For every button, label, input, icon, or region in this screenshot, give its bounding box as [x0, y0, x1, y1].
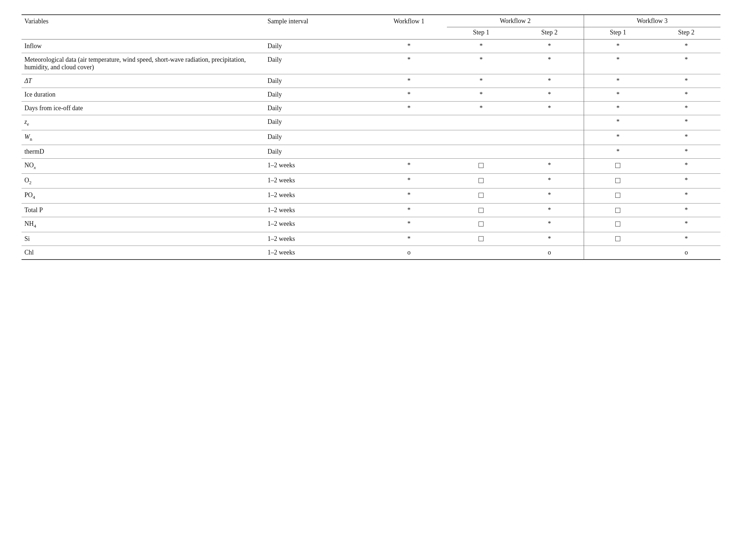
cell-wf3-step2: *: [652, 53, 720, 74]
cell-wf1: *: [371, 217, 447, 232]
cell-wf2-step2: *: [515, 102, 584, 115]
cell-wf2-step1: [447, 188, 515, 204]
cell-wf3-step1: *: [584, 74, 652, 88]
table-body: InflowDaily*****Meteorological data (air…: [22, 39, 720, 260]
cell-sample: 1–2 weeks: [265, 203, 371, 217]
cell-variable: O2: [22, 173, 265, 188]
cell-wf2-step2: *: [515, 188, 584, 204]
square-symbol: [479, 163, 484, 168]
cell-wf3-step1: [584, 159, 652, 174]
cell-wf3-step1: *: [584, 39, 652, 53]
cell-wf1: *: [371, 232, 447, 246]
square-symbol: [479, 178, 484, 183]
cell-wf2-step1: *: [447, 53, 515, 74]
square-symbol: [479, 208, 484, 213]
col-header-wf2: Workflow 2: [447, 15, 584, 27]
header-steps-row: Step 1 Step 2 Step 1 Step 2: [22, 27, 720, 39]
cell-wf3-step1: *: [584, 130, 652, 145]
cell-variable: ze: [22, 115, 265, 130]
cell-wf2-step1: [447, 232, 515, 246]
cell-variable: ΔT: [22, 74, 265, 88]
cell-wf2-step2: *: [515, 159, 584, 174]
cell-wf1: [371, 145, 447, 159]
table-row: Total P1–2 weeks***: [22, 203, 720, 217]
cell-wf3-step2: *: [652, 203, 720, 217]
cell-wf1: *: [371, 88, 447, 102]
cell-wf3-step1: [584, 217, 652, 232]
cell-wf3-step2: o: [652, 246, 720, 260]
cell-wf3-step2: *: [652, 102, 720, 115]
cell-wf3-step1: *: [584, 145, 652, 159]
cell-wf3-step1: [584, 173, 652, 188]
square-symbol: [479, 221, 484, 227]
cell-sample: Daily: [265, 39, 371, 53]
cell-wf1: *: [371, 159, 447, 174]
cell-sample: Daily: [265, 145, 371, 159]
cell-wf1: *: [371, 188, 447, 204]
col-steps-wf1-empty: [371, 27, 447, 39]
col-steps-wf3-step2: Step 2: [652, 27, 720, 39]
cell-wf2-step2: *: [515, 217, 584, 232]
square-symbol: [615, 208, 620, 213]
cell-wf2-step2: *: [515, 88, 584, 102]
cell-wf1: *: [371, 203, 447, 217]
cell-sample: Daily: [265, 88, 371, 102]
data-table: Variables Sample interval Workflow 1 Wor…: [22, 14, 720, 260]
cell-wf3-step1: *: [584, 88, 652, 102]
cell-variable: NOx: [22, 159, 265, 174]
cell-wf3-step2: *: [652, 173, 720, 188]
col-header-variables: Variables: [22, 15, 265, 27]
cell-sample: 1–2 weeks: [265, 159, 371, 174]
col-header-sample: Sample interval: [265, 15, 371, 27]
col-steps-wf2-step1: Step 1: [447, 27, 515, 39]
cell-variable: Chl: [22, 246, 265, 260]
cell-sample: 1–2 weeks: [265, 246, 371, 260]
cell-variable: Meteorological data (air temperature, wi…: [22, 53, 265, 74]
square-symbol: [615, 236, 620, 241]
cell-wf2-step1: [447, 203, 515, 217]
cell-wf1: *: [371, 74, 447, 88]
cell-sample: Daily: [265, 74, 371, 88]
cell-wf3-step2: *: [652, 39, 720, 53]
table-row: zeDaily**: [22, 115, 720, 130]
cell-wf2-step1: [447, 217, 515, 232]
cell-wf2-step1: [447, 115, 515, 130]
cell-wf1: *: [371, 173, 447, 188]
cell-wf1: [371, 130, 447, 145]
square-symbol: [479, 193, 484, 198]
cell-sample: Daily: [265, 53, 371, 74]
table-row: ΔTDaily*****: [22, 74, 720, 88]
col-header-wf3: Workflow 3: [584, 15, 720, 27]
cell-sample: 1–2 weeks: [265, 173, 371, 188]
table-row: NOx1–2 weeks***: [22, 159, 720, 174]
cell-wf3-step2: *: [652, 145, 720, 159]
cell-wf3-step2: *: [652, 232, 720, 246]
cell-wf3-step2: *: [652, 159, 720, 174]
cell-wf2-step2: [515, 130, 584, 145]
col-steps-wf2-step2: Step 2: [515, 27, 584, 39]
square-symbol: [479, 236, 484, 241]
table-row: Days from ice-off dateDaily*****: [22, 102, 720, 115]
cell-wf3-step2: *: [652, 130, 720, 145]
table-row: WnDaily**: [22, 130, 720, 145]
table-row: Meteorological data (air temperature, wi…: [22, 53, 720, 74]
cell-wf2-step2: *: [515, 39, 584, 53]
cell-wf3-step1: [584, 246, 652, 260]
cell-wf2-step2: *: [515, 203, 584, 217]
cell-wf2-step1: *: [447, 88, 515, 102]
cell-wf3-step2: *: [652, 74, 720, 88]
table-row: thermDDaily**: [22, 145, 720, 159]
cell-wf3-step2: *: [652, 88, 720, 102]
cell-variable: thermD: [22, 145, 265, 159]
table-row: InflowDaily*****: [22, 39, 720, 53]
cell-wf2-step1: *: [447, 39, 515, 53]
cell-variable: Ice duration: [22, 88, 265, 102]
cell-variable: Si: [22, 232, 265, 246]
cell-wf3-step1: [584, 188, 652, 204]
cell-sample: 1–2 weeks: [265, 232, 371, 246]
cell-wf2-step2: o: [515, 246, 584, 260]
col-steps-sample-empty: [265, 27, 371, 39]
cell-sample: Daily: [265, 102, 371, 115]
cell-sample: 1–2 weeks: [265, 217, 371, 232]
cell-wf3-step1: [584, 203, 652, 217]
